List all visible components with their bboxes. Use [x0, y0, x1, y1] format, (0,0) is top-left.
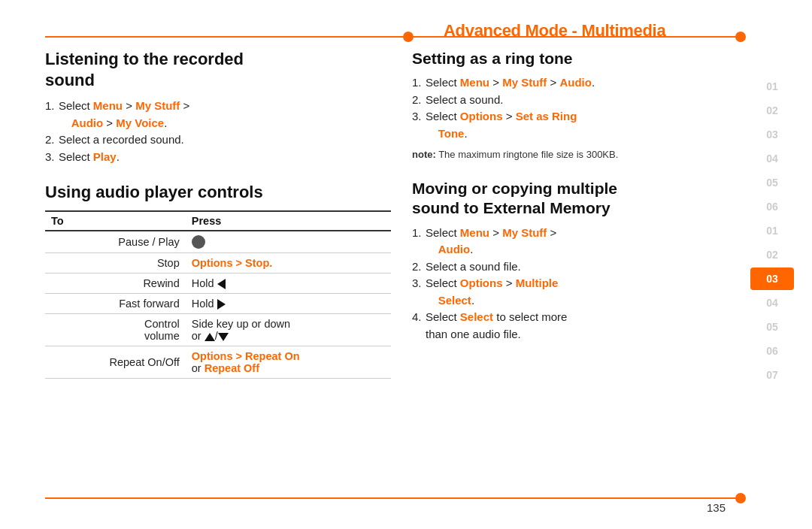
listening-step-1: Select Menu > My Stuff > Audio > My Voic… [45, 98, 391, 131]
right-column: Setting as a ring tone Select Menu > My … [412, 49, 728, 349]
table-row: Stop Options > Stop. [45, 252, 391, 273]
page-number: 135 [707, 501, 726, 514]
audio-link-cp: Audio [438, 243, 471, 255]
copy-section: Moving or copying multiplesound to Exter… [412, 179, 728, 343]
menu-link-rt: Menu [460, 76, 489, 89]
nav-item-03a[interactable]: 03 [750, 123, 794, 146]
copy-step-1: Select Menu > My Stuff > Audio. [412, 225, 728, 258]
nav-item-01a[interactable]: 01 [750, 75, 794, 98]
options-link-rt: Options [460, 110, 503, 122]
audio-link-1: Audio [71, 116, 104, 129]
menu-link-1: Menu [93, 99, 123, 112]
left-triangle-icon [217, 279, 226, 289]
top-dot-left [403, 32, 414, 42]
down-triangle-icon [218, 333, 229, 341]
bottom-dot [735, 493, 746, 503]
table-row: Fast forward Hold [45, 293, 391, 313]
ringtone-heading: Setting as a ring tone [412, 49, 728, 68]
rewind-label: Rewind [45, 273, 186, 293]
copy-heading: Moving or copying multiplesound to Exter… [412, 179, 728, 219]
repeat-label: Repeat On/Off [45, 346, 186, 379]
audio-controls-table: To Press Pause / Play Stop Options > Sto… [45, 210, 391, 379]
table-col-to: To [45, 211, 186, 231]
nav-item-07b[interactable]: 07 [750, 364, 794, 386]
nav-item-04b[interactable]: 04 [750, 292, 794, 314]
side-nav: 01 02 03 04 05 06 01 02 03 04 05 06 07 [750, 75, 797, 386]
stop-label: Stop [45, 252, 186, 273]
ringtone-step-2: Select a sound. [412, 92, 728, 109]
table-row: Pause / Play [45, 231, 391, 253]
listening-steps: Select Menu > My Stuff > Audio > My Voic… [45, 98, 391, 165]
nav-item-02b[interactable]: 02 [750, 243, 794, 266]
pause-play-label: Pause / Play [45, 231, 186, 253]
stop-options-link: Options > Stop. [192, 257, 273, 269]
copy-step-2: Select a sound file. [412, 258, 728, 276]
fastforward-label: Fast forward [45, 293, 186, 313]
volume-control: Side key up or downor / [186, 314, 391, 346]
copy-step-4: Select Select to select morethan one aud… [412, 309, 728, 343]
nav-item-02a[interactable]: 02 [750, 99, 794, 122]
nav-item-04a[interactable]: 04 [750, 147, 794, 170]
circle-icon [192, 235, 205, 249]
nav-item-03b-active[interactable]: 03 [750, 268, 794, 290]
volume-label: Controlvolume [45, 314, 186, 346]
repeat-on-link: Options > Repeat On [192, 350, 300, 362]
listening-section: Listening to the recordedsound Select Me… [45, 49, 391, 165]
audio-player-heading: Using audio player controls [45, 182, 391, 203]
copy-step-3: Select Options > Multiple Select. [412, 275, 728, 309]
nav-item-06b[interactable]: 06 [750, 340, 794, 362]
repeat-control: Options > Repeat On or Repeat Off [186, 346, 391, 379]
stop-control: Options > Stop. [186, 252, 391, 273]
ringtone-section: Setting as a ring tone Select Menu > My … [412, 49, 728, 162]
up-triangle-icon [205, 333, 215, 341]
nav-item-05b[interactable]: 05 [750, 316, 794, 338]
bottom-decorative-line [45, 497, 737, 499]
mystuff-link-rt: My Stuff [502, 76, 547, 89]
nav-item-05a[interactable]: 05 [750, 171, 794, 194]
menu-link-cp: Menu [460, 226, 489, 239]
fastforward-control: Hold [186, 293, 391, 313]
repeat-off-link: Repeat Off [205, 362, 259, 374]
listening-step-2: Select a recorded sound. [45, 131, 391, 149]
copy-steps: Select Menu > My Stuff > Audio. Select a… [412, 225, 728, 343]
ringtone-step-3: Select Options > Set as Ring Tone. [412, 108, 728, 142]
audio-player-section: Using audio player controls To Press Pau… [45, 182, 391, 379]
rewind-control: Hold [186, 273, 391, 293]
left-column: Listening to the recordedsound Select Me… [45, 49, 391, 379]
nav-item-01b[interactable]: 01 [750, 219, 794, 242]
play-link: Play [93, 150, 117, 163]
ringtone-step-1: Select Menu > My Stuff > Audio. [412, 74, 728, 92]
ringtone-note: note: The maximum ringtone file size is … [412, 148, 728, 162]
table-col-press: Press [186, 211, 391, 231]
right-triangle-icon [217, 299, 226, 310]
listening-step-3: Select Play. [45, 149, 391, 166]
audio-link-rt: Audio [559, 76, 592, 89]
myvoice-link: My Voice [116, 116, 164, 129]
ringtone-steps: Select Menu > My Stuff > Audio. Select a… [412, 74, 728, 142]
mystuff-link-cp: My Stuff [502, 226, 547, 239]
listening-heading: Listening to the recordedsound [45, 49, 391, 90]
page-title: Advanced Mode - Multimedia [444, 21, 665, 41]
select-link: Select [460, 310, 493, 323]
table-row: Controlvolume Side key up or downor / [45, 314, 391, 346]
table-row: Repeat On/Off Options > Repeat On or Rep… [45, 346, 391, 379]
top-dot-right [735, 32, 746, 42]
pause-play-control [186, 231, 391, 253]
mystuff-link-1: My Stuff [135, 99, 180, 112]
nav-item-06a[interactable]: 06 [750, 195, 794, 218]
table-row: Rewind Hold [45, 273, 391, 293]
options-link-cp: Options [460, 277, 503, 289]
